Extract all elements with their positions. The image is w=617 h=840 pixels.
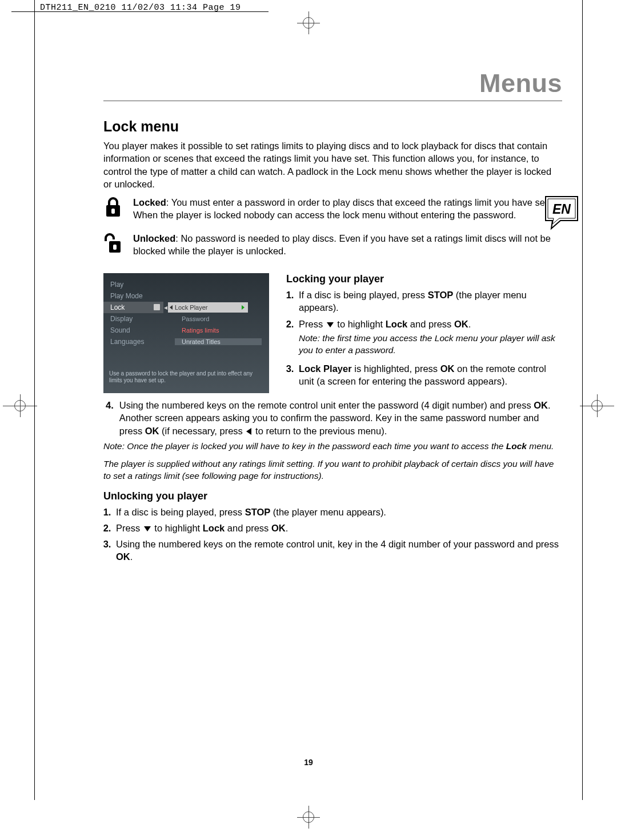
page-body: Menus EN Lock menu You player makes it p… — [34, 0, 583, 800]
locking-steps: If a disc is being played, press STOP (t… — [286, 289, 562, 387]
svg-text:EN: EN — [552, 202, 571, 217]
language-badge: EN — [543, 194, 587, 234]
registration-mark-right — [580, 394, 614, 417]
down-arrow-icon — [327, 322, 334, 327]
onscreen-menu-screenshot: Play Play Mode Lock ◂ Lock Player Displa… — [103, 273, 269, 393]
locking-note-2: Note: Once the player is locked you will… — [103, 441, 562, 453]
crop-line — [11, 11, 34, 12]
down-arrow-icon — [144, 526, 151, 531]
unlocking-steps: If a disc is being played, press STOP (t… — [103, 506, 562, 563]
locking-title: Locking your player — [286, 273, 562, 285]
left-arrow-icon — [246, 428, 251, 435]
unlocking-title: Unlocking you player — [103, 490, 562, 502]
section-title: Lock menu — [103, 118, 562, 135]
unlocked-text: Unlocked: No password is needed to play … — [133, 232, 562, 258]
chapter-title: Menus — [103, 69, 562, 101]
locked-block: Locked: You must enter a password in ord… — [103, 196, 562, 227]
locked-text: Locked: You must enter a password in ord… — [133, 196, 562, 222]
lock-closed-icon — [103, 196, 123, 219]
unlocked-block: Unlocked: No password is needed to play … — [103, 232, 562, 263]
locking-note-3: The player is supplied without any ratin… — [103, 458, 562, 482]
intro-paragraph: You player makes it possible to set rati… — [103, 139, 562, 190]
registration-mark-bottom — [297, 806, 320, 829]
page-number: 19 — [35, 758, 582, 767]
svg-rect-4 — [113, 245, 117, 250]
locking-note-1: Note: the first time you access the Lock… — [299, 333, 562, 357]
locking-step-4: Using the numbered keys on the remote co… — [103, 399, 562, 437]
registration-mark-left — [3, 394, 37, 417]
svg-rect-2 — [111, 209, 115, 214]
lock-open-icon — [103, 232, 123, 255]
screenshot-hint: Use a password to lock the player and pu… — [109, 370, 263, 384]
